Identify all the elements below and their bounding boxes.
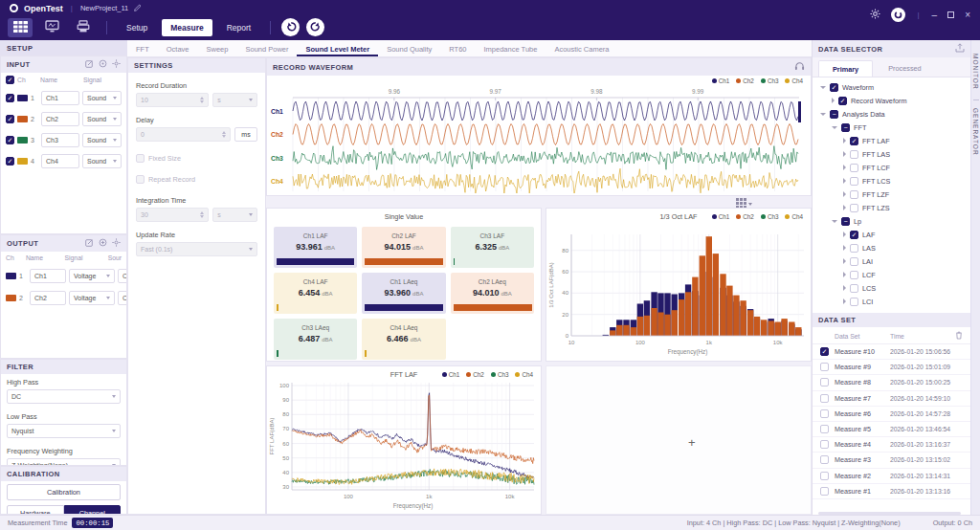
gear-icon[interactable]	[112, 59, 121, 70]
tree-item[interactable]: FFT LCS	[813, 174, 970, 188]
undo-button[interactable]	[281, 18, 300, 36]
tree-checkbox[interactable]	[850, 177, 858, 186]
data-set-row[interactable]: Measure #5 2026-01-20 13:46:54	[813, 422, 970, 437]
tree-item[interactable]: ✓ LAF	[813, 228, 970, 241]
signal-select[interactable]: Sound	[82, 112, 122, 126]
data-set-row[interactable]: Measure #6 2026-01-20 14:57:28	[813, 407, 970, 422]
data-set-row[interactable]: Measure #3 2026-01-20 13:15:02	[813, 453, 970, 468]
data-set-row[interactable]: ✓ Measure #10 2026-01-20 15:06:56	[813, 344, 970, 360]
freq-weighting-select[interactable]: Z-Weighting(None)	[7, 458, 121, 466]
data-set-checkbox[interactable]	[820, 472, 829, 480]
tab-octave[interactable]: Octave	[158, 40, 198, 56]
tree-checkbox[interactable]	[850, 164, 858, 172]
expand-icon[interactable]	[843, 285, 846, 291]
tab-sound-quality[interactable]: Sound Quality	[378, 40, 440, 56]
channel-name-input[interactable]: Ch1	[30, 269, 66, 283]
account-button[interactable]	[891, 8, 905, 22]
data-set-checkbox[interactable]	[820, 455, 829, 464]
legend-item[interactable]: Ch3	[491, 371, 509, 378]
tab-sound-power[interactable]: Sound Power	[236, 40, 297, 56]
settings-gear-icon[interactable]	[870, 9, 880, 21]
legend-item[interactable]: Ch3	[761, 77, 779, 84]
legend-item[interactable]: Ch1	[442, 371, 460, 378]
tab-impedance-tube[interactable]: Impedance Tube	[476, 40, 546, 56]
tree-checkbox[interactable]	[850, 150, 858, 159]
channel-checkbox[interactable]: ✓	[6, 94, 14, 102]
integration-time-input[interactable]: 30	[136, 208, 209, 222]
record-duration-unit-select[interactable]: s	[212, 93, 257, 107]
listen-icon[interactable]	[794, 61, 805, 73]
data-selector-tab-primary[interactable]: Primary	[818, 60, 873, 77]
single-value-card[interactable]: Ch4 LAeq 6.466dBA	[362, 319, 445, 360]
tree-checkbox[interactable]: ✓	[850, 231, 858, 239]
select-all-checkbox[interactable]: ✓	[6, 76, 14, 84]
tree-item[interactable]: − FFT	[813, 121, 970, 134]
tree-checkbox[interactable]: −	[830, 110, 838, 119]
tree-checkbox[interactable]	[850, 284, 858, 293]
hardware-button[interactable]: Hardware	[7, 505, 64, 515]
expand-icon[interactable]	[843, 165, 846, 170]
data-set-checkbox[interactable]	[820, 440, 829, 449]
tree-item[interactable]: ✓ Record Waveform	[813, 94, 970, 107]
expand-icon[interactable]	[843, 151, 846, 157]
data-set-checkbox[interactable]	[820, 425, 829, 433]
tree-checkbox[interactable]	[850, 190, 858, 199]
expand-icon[interactable]	[843, 272, 846, 277]
channel-name-input[interactable]: Ch4	[41, 154, 79, 168]
tree-item[interactable]: − Lp	[813, 214, 970, 228]
channel-name-input[interactable]: Ch2	[30, 291, 66, 305]
legend-item[interactable]: Ch1	[712, 77, 730, 84]
channel-checkbox[interactable]: ✓	[6, 115, 14, 123]
single-value-card[interactable]: Ch4 LAF 6.454dBA	[274, 273, 357, 314]
repeat-record-checkbox[interactable]	[136, 175, 145, 184]
tree-item[interactable]: − Analysis Data	[813, 107, 970, 121]
nav-report[interactable]: Report	[218, 19, 260, 36]
tree-checkbox[interactable]: −	[841, 123, 850, 132]
single-value-card[interactable]: Ch1 LAF 93.961dBA	[274, 227, 357, 268]
delay-input[interactable]: 0	[136, 127, 231, 142]
update-rate-select[interactable]: Fast (0.1s)	[136, 242, 257, 256]
legend-item[interactable]: Ch4	[785, 77, 803, 84]
edit-icon[interactable]	[85, 59, 94, 70]
tree-checkbox[interactable]: ✓	[850, 137, 858, 145]
third-octave-chart[interactable]: 020406080101001k10k1/3 Oct LAF(dBA)Frequ…	[546, 221, 811, 359]
record-duration-input[interactable]: 10	[136, 93, 209, 107]
channel-button[interactable]: Channel	[64, 505, 122, 515]
repeat-record-checkbox-row[interactable]: Repeat Record	[136, 175, 257, 184]
tree-item[interactable]: FFT LAS	[813, 147, 970, 161]
nav-measure[interactable]: Measure	[162, 19, 212, 36]
data-set-row[interactable]: Measure #7 2026-01-20 14:59:10	[813, 391, 970, 407]
data-set-row[interactable]: Measure #8 2026-01-20 15:00:25	[813, 375, 970, 390]
legend-item[interactable]: Ch4	[785, 213, 803, 220]
signal-select[interactable]: Sound	[82, 91, 122, 105]
layout-grid-button[interactable]	[8, 18, 33, 37]
tree-checkbox[interactable]: −	[841, 217, 850, 226]
single-value-card[interactable]: Ch1 LAeq 93.960dBA	[362, 273, 445, 314]
collapse-icon[interactable]	[820, 113, 826, 116]
tab-fft[interactable]: FFT	[127, 40, 158, 56]
channel-name-input[interactable]: Ch1	[41, 91, 79, 105]
tab-sound-level-meter[interactable]: Sound Level Meter	[297, 40, 378, 56]
expand-icon[interactable]	[843, 191, 846, 197]
reset-icon[interactable]	[99, 59, 107, 70]
data-set-checkbox[interactable]	[820, 487, 829, 496]
tree-checkbox[interactable]	[850, 257, 858, 266]
tree-item[interactable]: LCF	[813, 268, 970, 281]
redo-button[interactable]	[306, 18, 324, 36]
channel-name-input[interactable]: Ch2	[41, 112, 79, 126]
tab-acoustic-camera[interactable]: Acoustic Camera	[546, 40, 617, 56]
legend-item[interactable]: Ch1	[712, 213, 730, 220]
tree-item[interactable]: ✓ Waveform	[813, 80, 970, 94]
high-pass-select[interactable]: DC	[7, 389, 121, 404]
nav-setup[interactable]: Setup	[118, 19, 156, 36]
single-value-card[interactable]: Ch2 LAeq 94.010dBA	[451, 273, 534, 314]
channel-checkbox[interactable]: ✓	[6, 157, 14, 166]
expand-icon[interactable]	[843, 258, 846, 264]
integration-time-unit-select[interactable]: s	[212, 208, 257, 222]
fft-laf-chart[interactable]: 304050607080901001001k10kFFT LAF(dBA)Fre…	[267, 379, 541, 513]
fixed-size-checkbox-row[interactable]: Fixed Size	[136, 154, 257, 163]
trash-icon[interactable]	[955, 331, 963, 341]
data-set-row[interactable]: Measure #2 2026-01-20 13:14:31	[813, 469, 970, 484]
expand-icon[interactable]	[843, 298, 846, 304]
tree-item[interactable]: FFT LCF	[813, 161, 970, 174]
